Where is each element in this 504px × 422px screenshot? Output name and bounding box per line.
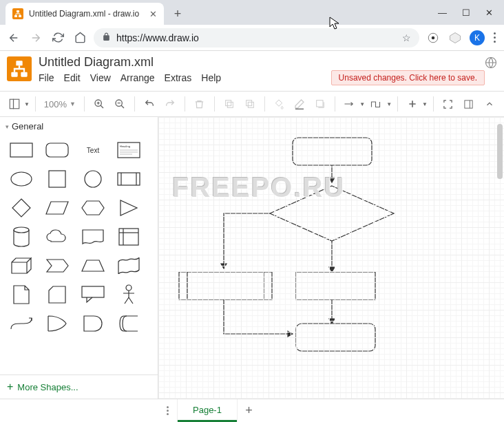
category-general[interactable]: ▾General [0, 117, 158, 136]
page-tab-1[interactable]: Page-1 [178, 399, 237, 422]
minimize-icon[interactable]: ― [438, 8, 447, 18]
shape-process[interactable] [116, 169, 142, 189]
svg-rect-15 [248, 102, 253, 107]
caret-icon[interactable]: ▼ [386, 101, 392, 107]
shape-circle[interactable] [80, 169, 106, 189]
insert-icon[interactable] [403, 94, 421, 114]
delete-icon[interactable] [191, 94, 209, 114]
format-panel-icon[interactable] [460, 94, 478, 114]
maximize-icon[interactable]: ☐ [462, 8, 470, 18]
menu-file[interactable]: File [39, 72, 54, 83]
bookmark-star-icon[interactable]: ☆ [402, 32, 411, 43]
canvas[interactable]: FREEPO.RU [158, 117, 504, 399]
waypoint-icon[interactable] [368, 94, 386, 114]
zoom-out-icon[interactable] [111, 94, 129, 114]
browser-tab[interactable]: Untitled Diagram.xml - draw.io ✕ [6, 3, 164, 25]
shape-diamond[interactable] [8, 198, 34, 218]
caret-icon[interactable]: ▼ [24, 101, 30, 107]
svg-point-26 [11, 172, 32, 186]
shape-tape[interactable] [116, 255, 142, 276]
forward-button[interactable] [28, 30, 44, 46]
menu-extras[interactable]: Extras [165, 72, 192, 83]
zoom-in-icon[interactable] [90, 94, 108, 114]
svg-rect-36 [82, 286, 104, 297]
to-back-icon[interactable] [241, 94, 259, 114]
browser-menu-icon[interactable] [491, 30, 498, 45]
shape-parallelogram[interactable] [44, 198, 70, 218]
shape-document[interactable] [80, 226, 106, 247]
connection-icon[interactable] [341, 94, 359, 114]
shape-textbox[interactable]: Heading [116, 140, 142, 160]
shape-or[interactable] [44, 313, 70, 334]
language-globe-icon[interactable] [485, 56, 497, 71]
shape-trapezoid[interactable] [80, 255, 106, 276]
fullscreen-icon[interactable] [439, 94, 457, 114]
shape-cylinder[interactable] [8, 226, 34, 247]
redo-icon[interactable] [161, 94, 179, 114]
collapse-icon[interactable] [481, 94, 498, 114]
to-front-icon[interactable] [220, 94, 238, 114]
shape-cloud[interactable] [44, 226, 70, 247]
drawio-logo[interactable] [7, 56, 32, 81]
menu-edit[interactable]: Edit [64, 72, 81, 83]
home-button[interactable] [72, 30, 88, 46]
close-window-icon[interactable]: ✕ [485, 8, 493, 18]
menu-help[interactable]: Help [201, 72, 221, 83]
tab-title: Untitled Diagram.xml - draw.io [29, 9, 144, 19]
svg-rect-14 [227, 102, 233, 107]
shape-actor[interactable] [116, 284, 142, 305]
svg-rect-5 [16, 61, 22, 65]
shape-square[interactable] [44, 169, 70, 189]
shape-and[interactable] [80, 313, 106, 334]
menu-arrange[interactable]: Arrange [120, 72, 155, 83]
line-color-icon[interactable] [291, 94, 308, 114]
vertical-scrollbar[interactable] [497, 124, 503, 179]
svg-rect-19 [10, 143, 32, 157]
caret-icon[interactable]: ▼ [422, 101, 428, 107]
menu-view[interactable]: View [90, 72, 111, 83]
shape-triangle[interactable] [116, 198, 142, 218]
svg-rect-20 [46, 143, 68, 157]
shape-text[interactable]: Text [80, 140, 106, 160]
svg-rect-2 [19, 15, 21, 17]
profile-avatar[interactable]: K [469, 30, 485, 46]
svg-rect-10 [13, 99, 19, 109]
extension-icon-2[interactable] [447, 30, 463, 46]
shape-data-store[interactable] [116, 313, 142, 334]
svg-text:Heading: Heading [120, 145, 130, 148]
shape-internal-storage[interactable] [116, 226, 142, 247]
undo-icon[interactable] [140, 94, 158, 114]
svg-rect-17 [317, 101, 323, 107]
shape-cube[interactable] [8, 255, 34, 276]
new-tab-button[interactable]: + [168, 4, 187, 23]
more-shapes-button[interactable]: +More Shapes... [0, 374, 158, 399]
shape-note[interactable] [8, 284, 34, 305]
svg-rect-18 [465, 100, 472, 107]
svg-rect-0 [17, 10, 19, 12]
page-menu-icon[interactable] [158, 399, 178, 422]
main-area: ▾General Text Heading [0, 117, 504, 399]
svg-rect-33 [119, 229, 138, 245]
extension-icon-1[interactable] [425, 30, 441, 46]
reload-button[interactable] [50, 30, 66, 46]
add-page-button[interactable]: + [237, 399, 260, 422]
svg-rect-7 [21, 72, 27, 77]
unsaved-changes-alert[interactable]: Unsaved changes. Click here to save. [331, 70, 485, 85]
url-input[interactable]: https://www.draw.io ☆ [94, 28, 419, 48]
fill-color-icon[interactable] [271, 94, 288, 114]
shape-curve[interactable] [8, 313, 34, 334]
tab-close-icon[interactable]: ✕ [149, 9, 157, 19]
shape-rounded-rect[interactable] [44, 140, 70, 160]
shape-rectangle[interactable] [8, 140, 34, 160]
shape-ellipse[interactable] [8, 169, 34, 189]
shape-hexagon[interactable] [80, 198, 106, 218]
caret-icon[interactable]: ▼ [359, 101, 365, 107]
back-button[interactable] [6, 30, 22, 46]
zoom-level[interactable]: 100%▼ [41, 99, 78, 109]
document-title[interactable]: Untitled Diagram.xml [39, 55, 323, 70]
shadow-icon[interactable] [311, 94, 329, 114]
shape-callout[interactable] [80, 284, 106, 305]
shape-card[interactable] [44, 284, 70, 305]
view-options-button[interactable] [6, 94, 23, 114]
shape-step[interactable] [44, 255, 70, 276]
